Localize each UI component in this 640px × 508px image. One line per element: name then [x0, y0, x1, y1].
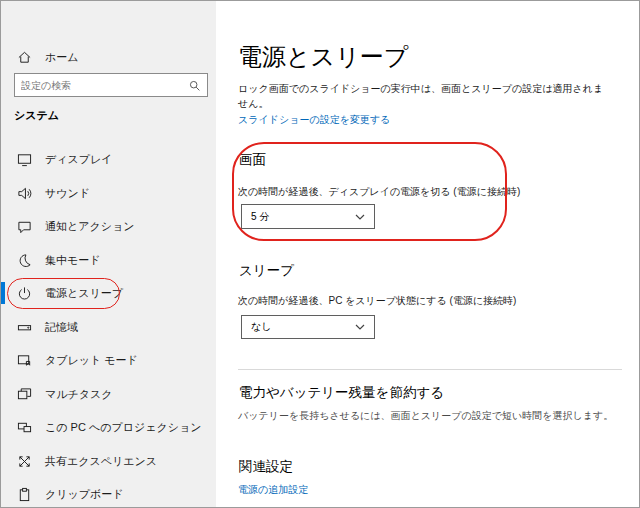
power-icon: [16, 285, 32, 301]
tablet-mode-icon: [16, 352, 32, 368]
selected-item-accent-bar: [1, 282, 5, 304]
sidebar-item-tablet-mode[interactable]: タブレット モード: [1, 347, 216, 373]
intro-text: ロック画面でのスライドショーの実行中は、画面とスリープの設定は適用されません。: [238, 81, 606, 111]
sidebar-item-label: 通知とアクション: [45, 219, 135, 234]
section-divider: [238, 369, 622, 370]
sound-icon: [16, 185, 32, 201]
main-content: 電源とスリープ ロック画面でのスライドショーの実行中は、画面とスリープの設定は適…: [216, 1, 640, 507]
sidebar-item-multitasking[interactable]: マルチタスク: [1, 381, 216, 407]
settings-search-box[interactable]: [14, 73, 208, 97]
sleep-timeout-dropdown[interactable]: なし: [241, 315, 375, 339]
search-icon: [188, 79, 201, 92]
sidebar-item-focus-assist[interactable]: 集中モード: [1, 247, 216, 273]
sidebar: ホーム システム ディスプレイ サウンド 通知とアクション: [1, 1, 216, 507]
clipboard-icon: [16, 486, 32, 502]
sidebar-item-label: 電源とスリープ: [45, 286, 123, 301]
sidebar-item-label: サウンド: [45, 186, 90, 201]
sidebar-item-label: ホーム: [45, 50, 79, 65]
sidebar-item-label: マルチタスク: [45, 387, 113, 402]
sidebar-item-label: クリップボード: [45, 487, 124, 502]
sidebar-item-shared-experiences[interactable]: 共有エクスペリエンス: [1, 448, 216, 474]
chevron-down-icon: [355, 214, 365, 220]
screen-timeout-label: 次の時間が経過後、ディスプレイの電源を切る (電源に接続時): [238, 184, 520, 199]
screen-timeout-value: 5 分: [251, 210, 269, 224]
display-icon: [16, 151, 32, 167]
storage-icon: [16, 319, 32, 335]
search-input[interactable]: [21, 80, 188, 91]
sidebar-item-storage[interactable]: 記憶域: [1, 314, 216, 340]
sidebar-item-label: 集中モード: [45, 253, 101, 268]
slideshow-settings-link[interactable]: スライドショーの設定を変更する: [238, 113, 390, 127]
additional-power-settings-link[interactable]: 電源の追加設定: [238, 483, 308, 497]
related-settings-heading: 関連設定: [239, 458, 293, 476]
sleep-timeout-value: なし: [251, 320, 271, 334]
sidebar-item-sound[interactable]: サウンド: [1, 180, 216, 206]
page-title: 電源とスリープ: [238, 41, 408, 73]
sidebar-item-clipboard[interactable]: クリップボード: [1, 481, 216, 507]
screen-timeout-dropdown[interactable]: 5 分: [241, 204, 375, 229]
sidebar-item-label: ディスプレイ: [45, 152, 113, 167]
sidebar-item-projecting[interactable]: この PC へのプロジェクション: [1, 414, 216, 440]
sidebar-section-system: システム: [14, 108, 59, 123]
settings-window: 設定 ✕ ホーム システム ディスプレイ サウンド: [0, 0, 640, 508]
sidebar-item-home[interactable]: ホーム: [1, 44, 216, 70]
notifications-icon: [16, 218, 32, 234]
sidebar-item-label: 共有エクスペリエンス: [45, 454, 157, 469]
chevron-down-icon: [355, 324, 365, 330]
sleep-section-heading: スリープ: [239, 262, 294, 280]
multitask-icon: [16, 386, 32, 402]
sleep-timeout-label: 次の時間が経過後、PC をスリープ状態にする (電源に接続時): [238, 293, 516, 308]
sidebar-item-label: 記憶域: [45, 320, 78, 335]
sidebar-item-notifications[interactable]: 通知とアクション: [1, 213, 216, 239]
sidebar-item-power-sleep[interactable]: 電源とスリープ: [1, 280, 216, 306]
home-icon: [16, 49, 32, 65]
sidebar-item-label: タブレット モード: [45, 353, 138, 368]
sidebar-item-label: この PC へのプロジェクション: [45, 420, 202, 435]
sidebar-item-display[interactable]: ディスプレイ: [1, 146, 216, 172]
projection-icon: [16, 419, 32, 435]
battery-section-heading: 電力やバッテリー残量を節約する: [239, 384, 444, 402]
shared-experiences-icon: [16, 453, 32, 469]
screen-section-heading: 画面: [239, 151, 266, 169]
battery-section-description: バッテリーを長持ちさせるには、画面とスリープの設定で短い時間を選択します。: [238, 408, 638, 423]
focus-assist-icon: [16, 252, 32, 268]
